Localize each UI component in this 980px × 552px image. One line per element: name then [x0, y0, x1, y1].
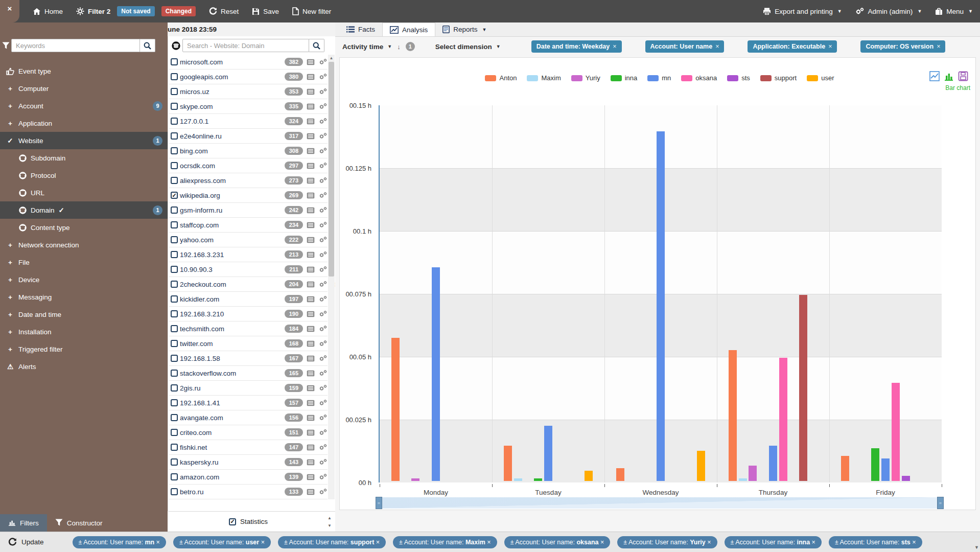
domain-name[interactable]: 2checkout.com [180, 281, 226, 288]
details-list-icon[interactable] [307, 74, 315, 80]
settings-gears-icon[interactable] [318, 88, 328, 95]
settings-gears-icon[interactable] [318, 132, 328, 140]
domain-checkbox[interactable] [171, 132, 178, 140]
details-list-icon[interactable] [307, 103, 315, 110]
account-chip-sts[interactable]: ± Account: User name: sts × [829, 536, 922, 548]
legend-item[interactable]: oksana [681, 74, 717, 82]
bar-user-wednesday[interactable] [697, 451, 705, 481]
sidebar-item-protocol[interactable]: Protocol [0, 167, 168, 184]
sidebar-item-installation[interactable]: +Installation [0, 323, 168, 340]
account-chip-user[interactable]: ± Account: User name: user × [173, 536, 271, 548]
legend-item[interactable]: support [760, 74, 797, 82]
domain-checkbox[interactable] [171, 177, 178, 184]
remove-chip-icon[interactable]: × [937, 43, 940, 50]
statistics-checkbox[interactable]: ✓ [229, 518, 236, 525]
domain-checkbox[interactable] [171, 236, 178, 243]
bar-oksana-friday[interactable] [892, 383, 900, 481]
details-list-icon[interactable] [307, 385, 315, 392]
reset-button[interactable]: Reset [209, 7, 239, 15]
save-button[interactable]: Save [252, 8, 279, 15]
domain-name[interactable]: bing.com [180, 147, 208, 155]
sidebar-item-subdomain[interactable]: Subdomain [0, 149, 168, 167]
menu-button[interactable]: Menu ▼ [935, 8, 973, 15]
domain-checkbox[interactable] [171, 103, 178, 110]
settings-gears-icon[interactable] [318, 414, 328, 421]
domain-name[interactable]: micros.uz [180, 88, 209, 96]
details-list-icon[interactable] [307, 355, 315, 362]
settings-gears-icon[interactable] [318, 444, 328, 451]
details-list-icon[interactable] [307, 266, 315, 273]
tab-facts[interactable]: Facts [339, 22, 382, 36]
settings-gears-icon[interactable] [318, 281, 328, 288]
domain-checkbox[interactable] [171, 370, 178, 377]
remove-chip-icon[interactable]: × [374, 539, 380, 546]
bar-mn-tuesday[interactable] [544, 426, 552, 481]
settings-gears-icon[interactable] [318, 236, 328, 243]
details-list-icon[interactable] [307, 444, 315, 451]
legend-item[interactable]: mn [647, 74, 671, 82]
settings-gears-icon[interactable] [318, 384, 328, 392]
domain-checkbox[interactable] [171, 58, 178, 65]
settings-gears-icon[interactable] [318, 73, 328, 80]
legend-item[interactable]: sts [727, 74, 750, 82]
bar-mn-wednesday[interactable] [657, 131, 665, 481]
domain-checkbox[interactable] [171, 251, 178, 258]
domain-checkbox[interactable] [171, 444, 178, 451]
domain-name[interactable]: amazon.com [180, 473, 219, 481]
details-list-icon[interactable] [307, 489, 315, 495]
settings-gears-icon[interactable] [318, 206, 328, 214]
scroll-down-icon[interactable]: ▼ [328, 523, 332, 528]
domain-checkbox[interactable] [171, 488, 178, 495]
bar-anton-thursday[interactable] [729, 350, 737, 481]
line-chart-icon[interactable] [929, 71, 940, 81]
account-chip-inna[interactable]: ± Account: User name: inna × [725, 536, 822, 548]
domain-name[interactable]: kaspersky.ru [180, 458, 219, 466]
remove-chip-icon[interactable]: × [599, 539, 604, 546]
domain-checkbox[interactable] [171, 221, 178, 228]
domain-name[interactable]: 127.0.0.1 [180, 118, 208, 125]
domain-checkbox[interactable] [171, 429, 178, 436]
select-dimension-dropdown[interactable]: Select dimension ▼ [435, 43, 501, 51]
domain-name[interactable]: 192.168.1.41 [180, 399, 220, 407]
details-list-icon[interactable] [307, 326, 315, 332]
bar-anton-monday[interactable] [391, 338, 400, 481]
domain-name[interactable]: 192.168.3.231 [180, 251, 224, 259]
sidebar-item-website[interactable]: ✓Website1 [0, 132, 168, 149]
domain-name[interactable]: techsmith.com [180, 325, 224, 333]
domain-checkbox[interactable] [171, 206, 178, 214]
details-list-icon[interactable] [307, 370, 315, 377]
domain-name[interactable]: microsoft.com [180, 58, 223, 66]
settings-gears-icon[interactable] [318, 429, 328, 436]
domain-name[interactable]: 192.168.3.210 [180, 310, 224, 318]
settings-gears-icon[interactable] [318, 325, 328, 332]
settings-gears-icon[interactable] [318, 192, 328, 199]
bar-yuriy-thursday[interactable] [749, 466, 757, 481]
keywords-search-button[interactable] [140, 39, 155, 52]
domain-name[interactable]: wikipedia.org [180, 192, 220, 199]
dimension-chip[interactable]: Account: User name× [645, 40, 725, 53]
settings-gears-icon[interactable] [318, 221, 328, 228]
dimension-chip[interactable]: Computer: OS version× [860, 40, 945, 53]
sidebar-item-url[interactable]: URL [0, 184, 168, 201]
close-filter-panel-button[interactable]: × [0, 0, 19, 22]
sidebar-item-application[interactable]: +Application [0, 114, 168, 132]
domain-checkbox[interactable] [171, 281, 178, 288]
dimension-chip[interactable]: Date and time: Weekday× [531, 40, 622, 53]
remove-chip-icon[interactable]: × [154, 539, 160, 546]
domain-search-button[interactable] [309, 39, 324, 52]
settings-gears-icon[interactable] [318, 58, 328, 65]
domain-name[interactable]: staffcop.com [180, 221, 219, 229]
settings-gears-icon[interactable] [318, 310, 328, 317]
domain-checkbox[interactable] [171, 310, 178, 317]
admin-menu[interactable]: Admin (admin) ▼ [855, 7, 922, 15]
bar-mn-thursday[interactable] [769, 446, 777, 481]
domain-name[interactable]: 192.168.1.58 [180, 355, 220, 362]
domain-checkbox[interactable] [171, 473, 178, 480]
footer-scroll-arrows[interactable]: ▲▼ [328, 516, 332, 528]
domain-checkbox[interactable]: ✓ [171, 192, 178, 199]
sidebar-item-messaging[interactable]: +Messaging [0, 288, 168, 306]
domain-name[interactable]: criteo.com [180, 429, 212, 436]
legend-item[interactable]: inna [611, 74, 638, 82]
domain-list-scrollbar[interactable]: ▲ [328, 55, 335, 499]
domain-name[interactable]: kickidler.com [180, 295, 219, 303]
